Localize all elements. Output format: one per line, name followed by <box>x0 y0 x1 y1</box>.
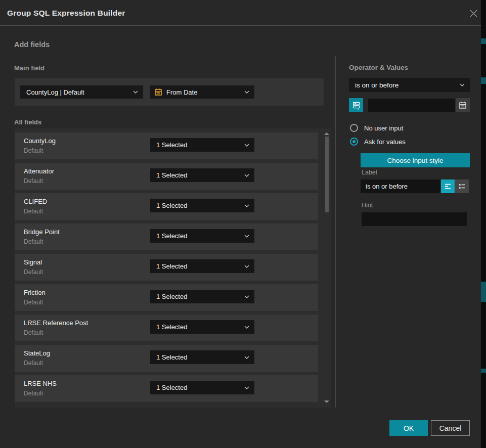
field-selected-dropdown-label: 1 Selected <box>156 232 241 240</box>
dialog-title: Group SQL Expression Builder <box>7 0 125 26</box>
field-sublabel: Default <box>24 329 43 336</box>
field-selected-dropdown-label: 1 Selected <box>156 293 241 300</box>
field-sublabel: Default <box>24 299 43 306</box>
chevron-down-icon <box>244 326 249 329</box>
scrollbar-thumb[interactable] <box>325 137 329 212</box>
chevron-down-icon <box>244 386 249 389</box>
field-selected-dropdown-label: 1 Selected <box>156 353 241 361</box>
field-selected-dropdown[interactable]: 1 Selected <box>150 229 254 243</box>
align-left-icon <box>444 183 452 190</box>
edge-mark <box>481 369 486 373</box>
operator-select[interactable]: is on or before <box>349 78 470 92</box>
title-bar: Group SQL Expression Builder <box>0 0 481 26</box>
field-selected-dropdown[interactable]: 1 Selected <box>150 350 254 364</box>
stacked-values-icon <box>352 101 361 110</box>
unique-values-button[interactable] <box>349 98 363 112</box>
field-selected-dropdown-label: 1 Selected <box>156 384 241 391</box>
hint-input[interactable] <box>362 212 467 226</box>
field-sublabel: Default <box>24 238 43 245</box>
field-selected-dropdown-label: 1 Selected <box>156 202 241 209</box>
field-name: Attenuator <box>24 167 54 175</box>
edge-mark <box>481 282 486 302</box>
field-row: LRSE Reference Post Default 1 Selected <box>15 315 318 341</box>
layer-select-value: CountyLog | Default <box>26 88 130 96</box>
field-name: CLIFED <box>24 198 47 205</box>
all-fields-label: All fields <box>14 118 41 126</box>
value-input[interactable] <box>368 99 455 112</box>
chevron-down-icon <box>244 295 249 298</box>
radio-label: No user input <box>364 124 403 132</box>
field-sublabel: Default <box>24 177 43 185</box>
group-sql-expression-builder-dialog: { "dialog": { "title": "Group SQL Expres… <box>0 0 486 448</box>
single-line-input-style-button[interactable] <box>441 180 455 193</box>
radio-no-user-input[interactable]: No user input <box>350 124 403 132</box>
hint-caption: Hint <box>362 202 373 209</box>
ok-button[interactable]: OK <box>389 420 428 436</box>
field-selected-dropdown-label: 1 Selected <box>156 171 241 179</box>
field-selected-dropdown-label: 1 Selected <box>156 262 241 270</box>
panel-divider <box>335 56 336 408</box>
field-selected-dropdown[interactable]: 1 Selected <box>150 320 254 334</box>
field-name: Bridge Point <box>24 228 60 236</box>
field-row: CountyLog Default 1 Selected <box>15 132 318 159</box>
label-input[interactable] <box>361 180 440 193</box>
field-selected-dropdown[interactable]: 1 Selected <box>150 381 254 394</box>
field-name: LRSE Reference Post <box>24 319 88 327</box>
operator-select-value: is on or before <box>355 81 457 89</box>
chevron-down-icon <box>244 91 249 94</box>
field-selected-dropdown[interactable]: 1 Selected <box>150 168 254 182</box>
chevron-down-icon <box>244 204 249 207</box>
chevron-down-icon <box>133 91 138 94</box>
field-row: Bridge Point Default 1 Selected <box>15 223 318 250</box>
main-field-select-value: From Date <box>166 88 241 96</box>
field-row: StateLog Default 1 Selected <box>15 345 318 372</box>
field-name: Friction <box>24 289 46 296</box>
close-icon[interactable] <box>467 7 480 20</box>
radio-label: Ask for values <box>364 138 406 146</box>
list-input-style-button[interactable] <box>455 180 469 193</box>
page-edge-strip <box>481 0 486 448</box>
main-field-box: CountyLog | Default From Date <box>15 78 324 106</box>
field-selected-dropdown-label: 1 Selected <box>156 141 241 149</box>
field-selected-dropdown[interactable]: 1 Selected <box>150 259 254 273</box>
chevron-down-icon <box>244 144 249 147</box>
radio-circle-icon <box>350 138 358 146</box>
main-field-label: Main field <box>14 64 45 72</box>
scrollbar-down-arrow[interactable] <box>324 400 329 403</box>
field-sublabel: Default <box>24 268 43 276</box>
field-selected-dropdown[interactable]: 1 Selected <box>150 199 254 212</box>
field-name: Signal <box>24 258 42 266</box>
field-row: LRSE NHS Default 1 Selected <box>15 375 318 402</box>
field-selected-dropdown[interactable]: 1 Selected <box>150 290 254 303</box>
field-row: Friction Default 1 Selected <box>15 284 318 311</box>
edge-mark <box>481 38 486 44</box>
field-row: Attenuator Default 1 Selected <box>15 163 318 190</box>
field-sublabel: Default <box>24 360 43 367</box>
chevron-down-icon <box>460 83 465 86</box>
label-caption: Label <box>362 169 377 176</box>
cancel-button[interactable]: Cancel <box>431 420 470 436</box>
layer-select[interactable]: CountyLog | Default <box>20 85 143 99</box>
choose-input-style-button[interactable]: Choose input style <box>361 153 470 167</box>
radio-circle-icon <box>350 124 358 132</box>
all-fields-list: CountyLog Default 1 Selected Attenuator … <box>15 128 331 408</box>
main-field-select[interactable]: From Date <box>150 85 254 99</box>
field-name: CountyLog <box>24 137 56 145</box>
field-row: CLIFED Default 1 Selected <box>15 193 318 220</box>
date-picker-button[interactable] <box>456 98 470 112</box>
operator-values-heading: Operator & Values <box>349 64 408 71</box>
chevron-down-icon <box>244 235 249 238</box>
field-selected-dropdown[interactable]: 1 Selected <box>150 138 254 152</box>
edge-mark <box>481 77 486 84</box>
scrollbar-up-arrow[interactable] <box>324 132 329 135</box>
list-icon <box>458 183 466 190</box>
field-row: Signal Default 1 Selected <box>15 254 318 281</box>
radio-ask-for-values[interactable]: Ask for values <box>350 138 406 146</box>
field-sublabel: Default <box>24 147 43 154</box>
chevron-down-icon <box>244 265 249 268</box>
chevron-down-icon <box>244 356 249 359</box>
field-name: StateLog <box>24 349 50 357</box>
field-sublabel: Default <box>24 390 43 397</box>
field-selected-dropdown-label: 1 Selected <box>156 323 241 331</box>
chevron-down-icon <box>244 174 249 177</box>
